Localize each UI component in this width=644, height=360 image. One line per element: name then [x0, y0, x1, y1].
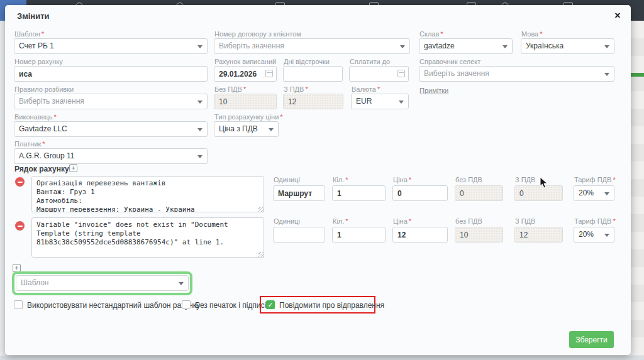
without-vat-input — [214, 94, 277, 109]
language-label: Мова* — [521, 30, 543, 38]
units-input[interactable] — [273, 227, 325, 243]
composer-select[interactable]: gavtadze — [419, 38, 513, 54]
currency-select[interactable]: EUR — [351, 94, 409, 109]
price-label: Ціна* — [393, 176, 411, 183]
chevron-down-icon — [399, 101, 404, 104]
payer-label: Платник* — [14, 140, 45, 148]
chevron-down-icon — [269, 128, 274, 131]
chevron-down-icon — [197, 45, 203, 48]
gross-input — [514, 185, 563, 201]
calendar-icon[interactable] — [265, 70, 273, 77]
deferral-days-input[interactable] — [283, 66, 343, 82]
nonstandard-template-checkbox[interactable] — [14, 300, 23, 309]
qty-input[interactable] — [332, 185, 386, 201]
price-input[interactable] — [392, 227, 448, 243]
gross-label: З ПДВ — [515, 176, 535, 183]
qty-label: Кіл.* — [333, 176, 348, 183]
reference-select[interactable]: Виберіть значення — [419, 66, 614, 82]
price-input[interactable] — [392, 185, 448, 201]
qty-label: Кіл.* — [333, 217, 348, 225]
modal-title: Змінити — [17, 11, 50, 21]
net-label: без ПДВ — [455, 176, 482, 183]
no-stamps-checkbox-label: Без печаток і підписів — [195, 301, 270, 310]
gross-input — [514, 227, 563, 243]
with-vat-input — [283, 94, 343, 109]
price-calc-type-label: Тип розрахунку ціни* — [214, 113, 283, 121]
chevron-down-icon — [604, 234, 609, 237]
deferral-days-label: Дні відстрочки — [284, 58, 330, 65]
vat-rate-label: Тариф ПДВ* — [574, 217, 616, 225]
notify-shipment-checkbox[interactable]: ✓ — [266, 300, 275, 309]
template-select[interactable]: Счет РБ 1 — [14, 38, 208, 54]
units-label: Одиниці — [274, 217, 300, 225]
template-select-highlight: Шаблон — [12, 271, 192, 295]
composer-label: Склав* — [419, 30, 443, 38]
split-rule-select[interactable]: Виберіть значення — [14, 94, 208, 109]
remove-line-icon[interactable] — [15, 221, 25, 231]
gross-label: З ПДВ — [515, 217, 535, 225]
save-button[interactable]: Зберегти — [569, 331, 614, 348]
chevron-down-icon — [197, 128, 203, 131]
notes-link[interactable]: Примітки — [419, 87, 448, 94]
with-vat-label: З ПДВ* — [284, 85, 308, 93]
contract-label: Номер договору з клієнтом — [214, 30, 301, 38]
payer-select[interactable]: A.G.R. Group 11 — [14, 148, 208, 164]
invoice-number-input[interactable] — [14, 66, 208, 82]
split-rule-label: Правило розбивки — [14, 85, 74, 93]
invoice-lines-title: Рядок рахунку — [14, 165, 69, 173]
no-stamps-checkbox[interactable] — [182, 300, 191, 309]
language-select[interactable]: Українська — [521, 38, 614, 54]
executor-label: Виконавець* — [14, 113, 57, 121]
chevron-down-icon — [197, 155, 203, 158]
vat-rate-select[interactable]: 20% — [574, 185, 614, 201]
net-input — [455, 227, 503, 243]
without-vat-label: Без ПДВ* — [214, 85, 246, 93]
line-description-textarea[interactable]: Організація перевезень вантажів Вантаж: … — [31, 176, 264, 212]
chevron-down-icon — [604, 192, 609, 195]
units-label: Одиниці — [274, 176, 300, 183]
background-highlight-row — [631, 73, 644, 77]
invoice-number-label: Номер рахунку — [14, 58, 63, 65]
invoice-issued-label: Рахунок виписаний — [214, 58, 276, 65]
bottom-template-select[interactable]: Шаблон — [16, 275, 189, 291]
chevron-down-icon — [400, 45, 405, 48]
qty-input[interactable] — [332, 227, 386, 243]
template-label: Шаблон* — [14, 30, 44, 38]
close-icon[interactable]: × — [611, 9, 625, 23]
price-label: Ціна* — [393, 217, 411, 225]
currency-label: Валюта* — [352, 85, 380, 93]
chevron-down-icon — [502, 45, 508, 48]
add-line-icon[interactable]: + — [69, 164, 77, 172]
nonstandard-template-checkbox-label: Використовувати нестандартний шаблон рах… — [27, 301, 200, 310]
contract-select[interactable]: Виберіть значення — [214, 38, 410, 54]
line-description-textarea[interactable]: Variable "invoice" does not exist in "Do… — [31, 217, 264, 258]
executor-select[interactable]: Gavtadze LLC — [14, 121, 208, 137]
notify-shipment-checkbox-label: Повідомити про відправлення — [279, 301, 384, 310]
calendar-icon[interactable] — [397, 70, 405, 77]
chevron-down-icon — [604, 45, 609, 48]
pay-until-label: Сплатити до — [350, 58, 390, 65]
net-label: без ПДВ — [455, 217, 482, 225]
price-calc-type-select[interactable]: Ціна з ПДВ — [214, 121, 279, 137]
net-input — [455, 185, 503, 201]
page-bottom-band — [0, 356, 644, 360]
vat-rate-select[interactable]: 20% — [574, 227, 614, 243]
chevron-down-icon — [604, 73, 609, 76]
reference-select-label: Справочник селект — [419, 58, 480, 65]
chevron-down-icon — [197, 101, 203, 104]
remove-line-icon[interactable] — [15, 177, 25, 187]
units-input[interactable] — [273, 185, 325, 201]
vat-rate-label: Тариф ПДВ* — [574, 176, 616, 183]
chevron-down-icon — [179, 282, 184, 285]
edit-invoice-modal: Змінити × Шаблон* Счет РБ 1 Номер догово… — [5, 5, 631, 355]
background-table — [631, 21, 644, 360]
